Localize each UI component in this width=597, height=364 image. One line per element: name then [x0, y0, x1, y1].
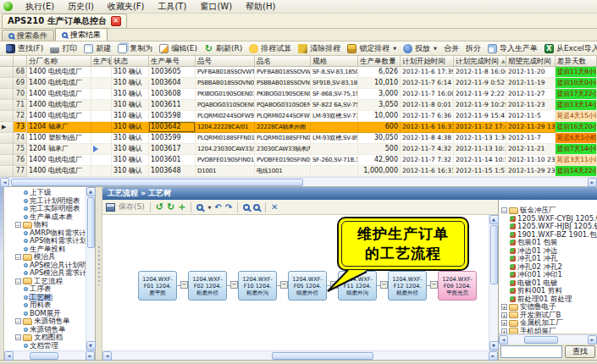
table-row[interactable]: 751204 轴承厂310 确认10036171204.23030CAW33/0… [0, 144, 597, 155]
workcenter-h-scrollbar[interactable]: ◄ ► [499, 334, 597, 344]
tree-item[interactable]: 工艺树 [4, 294, 86, 302]
scroll-right-icon[interactable]: ► [86, 351, 95, 361]
table-row[interactable]: 681400 电线电缆厂310 确认1003605PVFBAB018SSOVWT… [0, 67, 597, 78]
scroll-thumb[interactable] [11, 179, 303, 186]
tree-item[interactable]: APS模治具计划明细 [4, 262, 86, 270]
column-header-expect[interactable]: 期望完成时间 [506, 56, 556, 67]
fit-view-icon[interactable]: ✕ [271, 202, 278, 212]
canvas-v-scrollbar[interactable]: ▲ ▼ [489, 215, 498, 350]
tree-item[interactable]: +金属机加工厂 [499, 319, 597, 328]
tree-item[interactable]: 电镀01 电镀 [499, 279, 597, 288]
tree-item[interactable]: 文档管理 [4, 342, 86, 350]
tree-item[interactable]: 完工计划明细表 [4, 197, 86, 206]
panel-splitter[interactable] [96, 187, 102, 360]
column-header-name[interactable]: 品名 [255, 56, 311, 67]
tree-item[interactable]: 完工实际明细表 [4, 205, 86, 213]
find-button[interactable]: 查找 [565, 345, 595, 358]
tree-item[interactable]: 冲孔02 冲孔2 [499, 263, 597, 272]
process-node[interactable]: 1204.WXF-F09 1204.平面光亮 [438, 271, 477, 301]
tree-item[interactable]: 1205.WXF-CYBJ 1205.钣金冲 [499, 215, 597, 223]
process-node[interactable]: 1204.WXF-F02 1204.粗磨外径 [188, 271, 227, 301]
left-tree-h-scrollbar[interactable]: ◄ ► [4, 350, 95, 360]
tab-criteria[interactable]: 搜索条件 [2, 30, 54, 41]
tree-item[interactable]: 1901.WXF-BZ 1901.包装 [499, 231, 597, 240]
zoom-select-icon[interactable] [196, 204, 203, 211]
grid-h-scrollbar[interactable]: ◄ ► [0, 177, 597, 186]
undo-icon[interactable]: ↶ [214, 202, 221, 212]
menu-item[interactable]: 窗口(W) [193, 0, 239, 14]
scroll-thumb[interactable] [272, 352, 373, 360]
tree-item[interactable]: +手机组装厂 [499, 328, 597, 335]
column-header-status[interactable]: 状态 [112, 56, 149, 67]
tree-item[interactable]: BOM展开 [4, 310, 86, 318]
process-node[interactable]: 1204.WXF-F12 1204.精磨外径 [388, 271, 427, 301]
scroll-thumb[interactable] [490, 225, 498, 284]
scroll-thumb[interactable] [30, 352, 58, 360]
tree-item[interactable]: APS模治具需求计划 [4, 269, 86, 278]
导入生产单-button[interactable]: 导入生产单 [484, 42, 541, 55]
合并-button[interactable]: 合并 [440, 42, 462, 55]
close-icon[interactable]: ✕ [111, 16, 121, 26]
scroll-left-icon[interactable]: ◄ [4, 351, 14, 361]
tree-item[interactable]: APS物料需求计划明 [4, 237, 86, 245]
tree-item[interactable]: 前处理01 前处理 [499, 295, 597, 304]
scroll-down-icon[interactable]: ▼ [86, 341, 96, 350]
expand-icon[interactable]: + [501, 312, 507, 318]
从xcel导入-button[interactable]: X从Excel导入▼ [541, 42, 597, 55]
chevron-down-icon[interactable]: ▼ [393, 46, 396, 51]
column-header-pn[interactable]: 品号 [196, 56, 255, 67]
menu-item[interactable]: 执行(E) [19, 0, 61, 14]
tree-item[interactable]: 用料表 [4, 301, 86, 310]
tree-item[interactable]: −模治具 [4, 253, 86, 262]
table-row[interactable]: 721400 电线电缆厂310 确认1003598PLQRMI0244SOFW9… [0, 111, 597, 122]
tree-item[interactable]: 来源销售单 [4, 326, 86, 334]
tree-item[interactable]: 1205.WXF-HJBJ 1205.钣金焊 [499, 223, 597, 231]
tree-item[interactable]: 生产单成本表 [4, 213, 86, 222]
collapse-icon[interactable]: − [15, 254, 21, 260]
chevron-down-icon[interactable]: ▼ [207, 205, 211, 210]
collapse-icon[interactable]: − [501, 207, 507, 213]
tree-item[interactable]: −文档图档 [4, 334, 86, 342]
scroll-up-icon[interactable]: ▲ [489, 215, 499, 224]
table-row[interactable]: 691400 电线电缆厂310 确认1003604PSBBAB018SSOVN0… [0, 78, 597, 89]
tree-item[interactable]: 生产单投料 [4, 245, 86, 254]
scroll-right-icon[interactable]: ► [588, 335, 597, 345]
collapse-icon[interactable]: − [380, 281, 388, 289]
collapse-icon[interactable]: − [15, 334, 21, 340]
collapse-icon[interactable]: − [180, 281, 188, 289]
拆分-button[interactable]: 拆分 [462, 42, 484, 55]
zoom-in-icon[interactable] [243, 204, 250, 211]
scroll-right-icon[interactable]: ► [588, 178, 597, 187]
menu-item[interactable]: 历史(I) [61, 0, 101, 14]
rotate-cw-icon[interactable]: ↻ [167, 202, 174, 212]
锁定排程-button[interactable]: 锁定排程▼ [344, 42, 400, 55]
tree-item[interactable]: 冲孔01 冲孔 [499, 255, 597, 263]
tree-item[interactable]: AMRP物料需求计划明 [4, 229, 86, 238]
expand-icon[interactable]: + [501, 304, 507, 310]
left-tree-v-scrollbar[interactable]: ▲ ▼ [86, 187, 95, 350]
column-header-spec[interactable]: 规格 [311, 56, 358, 67]
add-node-icon[interactable]: + [178, 202, 185, 212]
collapse-icon[interactable]: − [15, 279, 21, 284]
tab-results[interactable]: 搜索结果 [55, 28, 108, 41]
tab-aps210[interactable]: APS210 生产订单总控台 ✕ [2, 14, 127, 28]
collapse-icon[interactable]: − [280, 281, 288, 289]
排程试算-button[interactable]: 排程试算 [246, 42, 295, 55]
tree-item[interactable]: −来源销售单 [4, 317, 86, 326]
zoom-out-icon[interactable] [253, 204, 260, 211]
scroll-left-icon[interactable]: ◄ [0, 178, 9, 187]
column-header-start[interactable]: 计划开始时间 [401, 56, 454, 67]
column-header-factory[interactable]: 分厂名称 [27, 56, 91, 67]
table-row[interactable]: 761400 电线电缆厂310 确认1003601PVOBFE0190SFIN0… [0, 155, 597, 166]
column-header-pstatus[interactable]: 生产状态 [91, 56, 112, 67]
column-header-diff[interactable]: 差异天数 [556, 56, 597, 67]
tree-item[interactable]: 剪料001 剪料 [499, 287, 597, 295]
tree-item[interactable]: 上下级 [4, 189, 86, 197]
tree-item[interactable]: 工序表 [4, 285, 86, 294]
table-row[interactable]: ▶731204 轴承厂310 确认10036421204.22228CA/012… [0, 122, 597, 133]
打印-button[interactable]: 打印 [47, 42, 80, 55]
scroll-up-icon[interactable]: ▲ [86, 187, 96, 196]
table-row[interactable]: 741100 塑胶制品厂310 确认1003599PLQRMI0188SFFN0… [0, 133, 597, 144]
expand-icon[interactable]: + [501, 328, 507, 334]
workcenter-search-input[interactable] [500, 345, 562, 358]
